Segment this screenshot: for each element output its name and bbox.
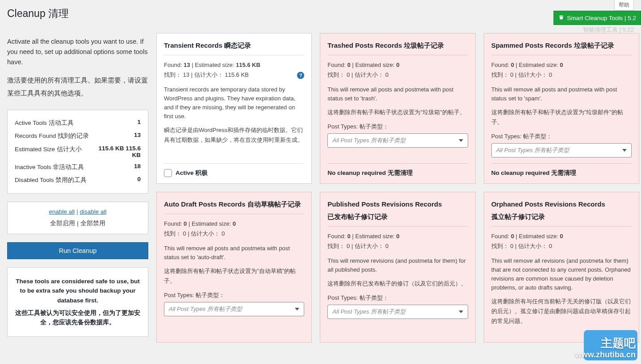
desc-en: This will remove all posts and postmeta … [164, 244, 304, 262]
enable-all-link[interactable]: enable all [49, 208, 75, 215]
meta-en: Found: 0 | Estimated size: 0 [327, 62, 468, 68]
safe-box: These tools are considered safe to use, … [7, 267, 148, 337]
desc-en: This will remove all posts and postmeta … [327, 85, 468, 103]
active-label: Active 积极 [176, 169, 208, 177]
stat-value: 13 [92, 132, 141, 138]
intro-cn: 激活要使用的所有清理工具。如果需要，请设置某些工具具有的其他选项。 [7, 74, 148, 100]
meta-en: Found: 0 | Estimated size: 0 [327, 233, 468, 240]
stat-label: Estimated Size 估计大小 [15, 145, 92, 154]
tool-card-published-rev: Published Posts Revisions Records已发布帖子修订… [320, 192, 475, 343]
desc-cn: 瞬态记录是由WordPress和插件存储的临时数据。它们具有过期数据，如果缺少，… [164, 125, 304, 145]
disable-all-link[interactable]: disable all [80, 208, 106, 215]
post-types-label-en: Post Types: [164, 292, 194, 298]
intro-en: Activate all the cleanup tools you want … [7, 37, 148, 68]
meta-en: Found: 0 | Estimated size: 0 [491, 233, 632, 240]
sidebar: Activate all the cleanup tools you want … [0, 27, 148, 345]
card-title-cn: 孤立帖子修订记录 [491, 212, 632, 222]
stat-value: 18 [92, 163, 141, 170]
desc-cn: 这将删除所有帖子和帖子状态设置为"垃圾箱"的帖子。 [327, 108, 468, 117]
post-types-label-cn: 帖子类型： [523, 133, 552, 140]
post-types-label-en: Post Types: [491, 133, 522, 140]
stat-row: Inactive Tools 非活动工具18 [15, 161, 141, 174]
card-title: Auto Draft Posts Records 自动草稿帖子记录 [164, 199, 304, 209]
no-cleanup-label: No cleanup required 无需清理 [491, 169, 576, 177]
post-types-select[interactable]: All Post Types 所有帖子类型 [491, 143, 632, 157]
desc-cn: 这将删除所有已发布帖子的修订（以及它们的后元）。 [327, 279, 468, 289]
post-types-label-en: Post Types: [327, 294, 358, 301]
stat-value: 115.6 KB 115.6 KB [92, 145, 141, 158]
page-title: Cleanup 清理 [7, 7, 69, 21]
card-title-cn: 已发布帖子修订记录 [327, 212, 468, 222]
card-footer: Active 积极 [164, 163, 304, 177]
desc-cn: 这将删除所有帖子和帖子状态设置为"自动草稿"的帖子。 [164, 266, 304, 286]
stat-label: Inactive Tools 非活动工具 [15, 163, 92, 172]
safe-cn: 这些工具被认为可以安全使用，但为了更加安全，您应该先备份数据库。 [15, 308, 141, 327]
desc-en: This will remove revisions (and postmeta… [327, 256, 468, 274]
post-types-label-cn: 帖子类型： [360, 123, 389, 130]
desc-cn: 这将删除所有帖子和帖子状态设置为"垃圾邮件"的帖子。 [491, 108, 632, 127]
post-types-select[interactable]: All Post Types 所有帖子类型 [327, 133, 468, 148]
tool-card-transient: Transient Records 瞬态记录Found: 13 | Estima… [156, 33, 312, 184]
stat-row: Disabled Tools 禁用的工具0 [15, 174, 141, 187]
meta-cn: 找到： 0 | 估计大小： 0 [164, 230, 304, 238]
plugin-badge-label: Smart Cleanup Tools | 5.2 [567, 15, 636, 21]
desc-en: Transient records are temporary data sto… [164, 85, 304, 121]
card-title: Orphaned Posts Revisions Records [491, 199, 632, 209]
active-checkbox[interactable] [164, 169, 172, 177]
stat-row: Active Tools 活动工具1 [15, 116, 141, 130]
stat-row: Records Found 找到的记录13 [15, 129, 141, 143]
post-types-select[interactable]: All Post Types 所有帖子类型 [327, 305, 468, 319]
tool-card-orphaned-rev: Orphaned Posts Revisions Records孤立帖子修订记录… [484, 192, 639, 343]
meta-cn: 找到： 0 | 估计大小： 0 [327, 242, 468, 250]
card-title: Trashed Posts Records 垃圾帖子记录 [327, 41, 468, 50]
card-title: Published Posts Revisions Records [327, 199, 468, 209]
tool-card-autodraft: Auto Draft Posts Records 自动草稿帖子记录Found: … [156, 192, 312, 343]
trash-icon [558, 14, 564, 21]
meta-cn: 找到： 13 | 估计大小： 115.6 KB [164, 71, 304, 79]
meta-en: Found: 13 | Estimated size: 115.6 KB [164, 62, 304, 68]
enable-all-cn: 全部启用 [50, 220, 75, 227]
card-footer: No cleanup required 无需清理 [491, 163, 632, 177]
disable-all-cn: 全部禁用 [80, 220, 105, 227]
tool-card-spammed: Spammed Posts Records 垃圾帖子记录Found: 0 | E… [484, 33, 639, 184]
meta-en: Found: 0 | Estimated size: 0 [164, 220, 304, 227]
desc-en: This will remove all revisions (and post… [491, 256, 632, 293]
post-types-label-en: Post Types: [327, 123, 358, 130]
post-types-select[interactable]: All Post Types 所有帖子类型 [164, 302, 304, 316]
post-types-label-cn: 帖子类型： [196, 292, 225, 298]
post-types-label-cn: 帖子类型： [360, 294, 389, 301]
meta-cn: 找到： 0 | 估计大小： 0 [327, 71, 468, 79]
help-button[interactable]: 帮助 [614, 0, 634, 11]
stats-box: Active Tools 活动工具1Records Found 找到的记录13E… [7, 110, 148, 194]
tool-card-trashed: Trashed Posts Records 垃圾帖子记录Found: 0 | E… [320, 33, 475, 184]
card-title: Transient Records 瞬态记录 [164, 41, 304, 50]
tools-grid: Transient Records 瞬态记录Found: 13 | Estima… [156, 27, 641, 343]
run-cleanup-button[interactable]: Run Cleanup [7, 242, 148, 259]
card-title: Spammed Posts Records 垃圾帖子记录 [491, 41, 632, 50]
safe-en: These tools are considered safe to use, … [15, 277, 141, 306]
stat-row: Estimated Size 估计大小115.6 KB 115.6 KB [15, 143, 141, 161]
stat-label: Active Tools 活动工具 [15, 119, 92, 128]
meta-cn: 找到： 0 | 估计大小： 0 [491, 71, 632, 79]
desc-cn: 这将删除所有与任何当前帖子无关的修订版（以及它们的后元）。孤立修订是由删除问题或… [491, 297, 632, 326]
meta-cn: 找到： 0 | 估计大小： 0 [491, 242, 632, 250]
stat-label: Disabled Tools 禁用的工具 [15, 176, 92, 185]
enable-box: enable all | disable all 全部启用 | 全部禁用 [7, 202, 148, 234]
stat-value: 1 [92, 119, 141, 125]
meta-en: Found: 0 | Estimated size: 0 [491, 62, 632, 68]
stat-value: 0 [92, 176, 141, 182]
plugin-badge[interactable]: Smart Cleanup Tools | 5.2 [553, 11, 641, 25]
desc-en: This will remove all posts and postmeta … [491, 85, 632, 103]
card-footer: No cleanup required 无需清理 [327, 163, 468, 177]
no-cleanup-label: No cleanup required 无需清理 [327, 169, 412, 177]
stat-label: Records Found 找到的记录 [15, 132, 92, 141]
